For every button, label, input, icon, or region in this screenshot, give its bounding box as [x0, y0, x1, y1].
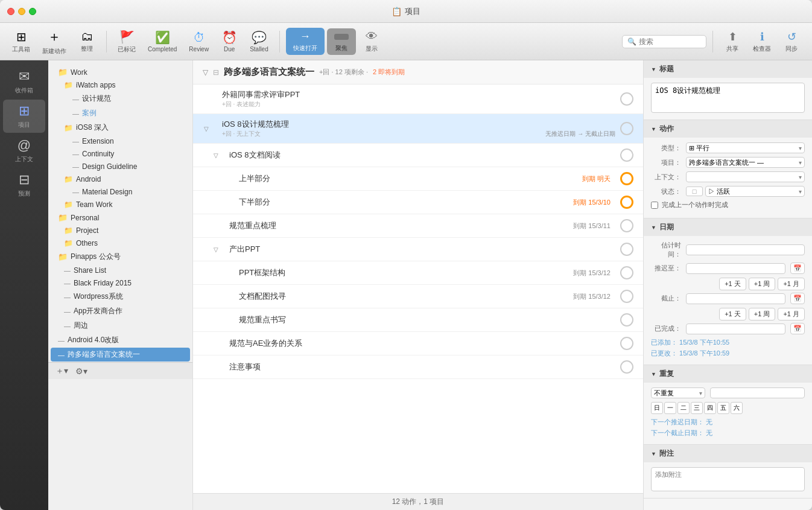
- toolbar-clean-button[interactable]: 🗂 整理: [74, 27, 100, 56]
- sidebar-item-surroundings[interactable]: — 周边: [51, 319, 190, 333]
- deadline-plus1week[interactable]: +1 周: [749, 308, 776, 320]
- task-row[interactable]: 上半部分 到期 明天: [193, 167, 643, 191]
- expand-icon[interactable]: ▽: [204, 126, 209, 132]
- complete-checkbox[interactable]: [651, 202, 658, 209]
- sidebar-item-wordpress[interactable]: — Wordpress系统: [51, 290, 190, 304]
- task-circle[interactable]: [620, 243, 633, 256]
- task-circle[interactable]: [620, 219, 633, 232]
- toolbar-focus-button[interactable]: 聚焦: [327, 28, 356, 55]
- inspector-notes-header[interactable]: ▼ 附注: [644, 445, 812, 462]
- completed-input[interactable]: [686, 324, 785, 334]
- type-select[interactable]: ⊞ 平行: [686, 142, 805, 153]
- defer-input[interactable]: [686, 244, 805, 255]
- inspector-title-header[interactable]: ▼ 标题: [644, 60, 812, 78]
- task-row[interactable]: 注意事项: [193, 355, 643, 379]
- toolbar-flagged-button[interactable]: 🚩 已标记: [113, 27, 141, 56]
- state-icon-btn[interactable]: □: [686, 186, 703, 196]
- toolbar-add-button[interactable]: ＋ 新建动作: [37, 25, 71, 58]
- search-input[interactable]: [639, 37, 699, 46]
- deadline-plus1month[interactable]: +1 月: [778, 308, 805, 320]
- task-row[interactable]: 外籍同事需求评审PPT +回 · 表述能力: [193, 84, 643, 114]
- task-row[interactable]: PPT框架结构 到期 15/3/12: [193, 261, 643, 285]
- sidebar-item-iwatch[interactable]: 📁 iWatch apps: [51, 79, 190, 91]
- toolbar-tools-button[interactable]: ⊞ 工具箱: [7, 27, 35, 56]
- sidebar-item-blackfriday[interactable]: — Black Friday 2015: [51, 277, 190, 289]
- sidebar-item-material[interactable]: — Material Design: [51, 186, 190, 198]
- sidebar-item-teamwork[interactable]: 📁 Team Work: [51, 199, 190, 211]
- settings-button[interactable]: ⚙▾: [73, 365, 90, 377]
- postpone-input[interactable]: [686, 263, 785, 274]
- toolbar-quickopen-button[interactable]: → 快速打开: [286, 28, 325, 55]
- add-sidebar-button[interactable]: ＋▾: [53, 365, 71, 378]
- expand-icon[interactable]: ▽: [214, 246, 218, 253]
- sidebar-item-design[interactable]: — 设计规范: [51, 92, 190, 106]
- state-select[interactable]: ▷ 活跃: [705, 186, 805, 197]
- task-circle[interactable]: [620, 172, 633, 185]
- repeat-select[interactable]: 不重复: [651, 387, 705, 398]
- context-select[interactable]: [686, 171, 805, 182]
- sidebar-item-cross[interactable]: — 跨多端多语言文案统一: [51, 348, 190, 362]
- task-circle[interactable]: [620, 122, 633, 135]
- task-row[interactable]: 下半部分 到期 15/3/10: [193, 191, 643, 214]
- sidebar-item-appdev[interactable]: — App开发商合作: [51, 304, 190, 318]
- title-input[interactable]: iOS 8设计规范梳理: [651, 83, 805, 113]
- sidebar-group-pinapps[interactable]: 📁 Pinapps 公众号: [51, 250, 190, 264]
- toolbar-due-button[interactable]: ⏰ Due: [216, 28, 243, 55]
- task-circle[interactable]: [620, 313, 633, 327]
- deadline-plus1day[interactable]: +1 天: [719, 308, 746, 320]
- day-sun[interactable]: 日: [651, 402, 663, 414]
- notes-input[interactable]: [651, 467, 805, 491]
- sidebar-item-ios8[interactable]: 📁 iOS8 深入: [51, 121, 190, 135]
- toolbar-completed-button[interactable]: ✅ Completed: [143, 28, 182, 55]
- sidebar-item-others[interactable]: 📁 Others: [51, 237, 190, 249]
- sidebar-item-design-guideline[interactable]: — Design Guideline: [51, 161, 190, 173]
- expand-icon[interactable]: ▽: [214, 152, 218, 159]
- task-circle[interactable]: [620, 92, 633, 106]
- day-tue[interactable]: 二: [677, 402, 690, 414]
- day-thu[interactable]: 四: [704, 402, 716, 414]
- search-box[interactable]: 🔍: [622, 35, 706, 48]
- toolbar-review-button[interactable]: ⏱ Review: [184, 28, 214, 55]
- minimize-button[interactable]: [18, 8, 25, 15]
- task-row[interactable]: 规范与AE业务的关系: [193, 332, 643, 355]
- task-circle[interactable]: [620, 290, 633, 303]
- task-row[interactable]: 规范重点书写: [193, 308, 643, 332]
- header-expand-icon[interactable]: ▽: [203, 68, 208, 77]
- sidebar-item-inbox[interactable]: ✉ 收件箱: [3, 65, 45, 98]
- task-circle[interactable]: [620, 196, 633, 209]
- repeat-input[interactable]: [710, 387, 805, 398]
- toolbar-stalled-button[interactable]: 💬 Stalled: [245, 28, 273, 55]
- day-mon[interactable]: 一: [664, 402, 676, 414]
- traffic-lights[interactable]: [7, 8, 36, 15]
- task-circle[interactable]: [620, 148, 633, 162]
- sidebar-item-sharelist[interactable]: — Share List: [51, 264, 190, 276]
- day-wed[interactable]: 三: [691, 402, 703, 414]
- deadline-input[interactable]: [686, 293, 785, 304]
- postpone-plus1week[interactable]: +1 周: [749, 278, 776, 290]
- task-circle[interactable]: [620, 360, 633, 374]
- toolbar-inspector-button[interactable]: ℹ 检查器: [748, 28, 776, 56]
- sidebar-item-extension[interactable]: — Extension: [51, 135, 190, 147]
- task-row[interactable]: ▽ iOS 8文档阅读: [193, 144, 643, 167]
- sidebar-group-work[interactable]: 📁 Work: [51, 66, 190, 78]
- inspector-repeat-header[interactable]: ▼ 重复: [644, 365, 812, 383]
- sidebar-group-personal[interactable]: 📁 Personal: [51, 211, 190, 224]
- inspector-date-header[interactable]: ▼ 日期: [644, 218, 812, 236]
- sidebar-item-projects[interactable]: ⊞ 项目: [3, 100, 45, 133]
- task-row[interactable]: 规范重点梳理 到期 15/3/11: [193, 214, 643, 238]
- sidebar-item-forecast[interactable]: ⊟ 预测: [3, 168, 45, 202]
- task-circle[interactable]: [620, 337, 633, 350]
- sidebar-item-android[interactable]: 📁 Android: [51, 173, 190, 185]
- postpone-plus1month[interactable]: +1 月: [778, 278, 805, 290]
- toolbar-sync-button[interactable]: ↺ 同步: [778, 28, 805, 56]
- close-button[interactable]: [7, 8, 14, 15]
- task-row[interactable]: ▽ iOS 8设计规范梳理 +回 · 无上下文 无推迟日期 → 无截止日期: [193, 114, 643, 144]
- postpone-plus1day[interactable]: +1 天: [719, 278, 746, 290]
- toolbar-display-button[interactable]: 👁 显示: [358, 27, 385, 56]
- sidebar-item-continuity[interactable]: — Continuity: [51, 148, 190, 160]
- sidebar-item-android40[interactable]: — Android 4.0改版: [51, 333, 190, 347]
- postpone-cal-button[interactable]: 📅: [790, 263, 805, 274]
- inspector-action-header[interactable]: ▼ 动作: [644, 120, 812, 138]
- task-row[interactable]: 文档配图找寻 到期 15/3/12: [193, 285, 643, 308]
- deadline-cal-button[interactable]: 📅: [790, 293, 805, 304]
